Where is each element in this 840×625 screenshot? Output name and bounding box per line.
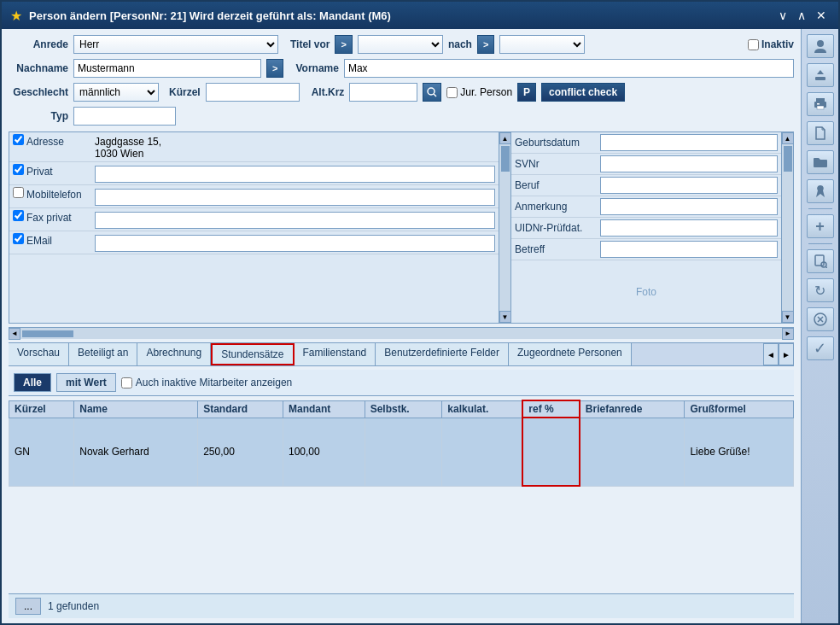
nachname-input[interactable]: [73, 59, 261, 78]
person-icon: [813, 38, 828, 54]
scroll-right-button[interactable]: ►: [782, 328, 794, 340]
betreff-input[interactable]: [600, 241, 778, 258]
close-circle-icon-btn[interactable]: [807, 307, 834, 331]
adresse-value: Jagdgasse 15, 1030 Wien: [95, 134, 495, 160]
tab-nav-buttons: ◄ ►: [763, 343, 794, 365]
search-doc-icon: [814, 254, 827, 268]
anmerkung-input[interactable]: [600, 198, 778, 215]
print-icon-btn[interactable]: [807, 92, 834, 116]
typ-label: Typ: [9, 110, 68, 122]
tab-benutzerdefiniert[interactable]: Benutzerdefinierte Felder: [376, 343, 509, 365]
maximize-button[interactable]: ∧: [794, 9, 809, 21]
stundensaetze-table: Kürzel Name Standard Mandant Selbstk. ka…: [9, 400, 794, 487]
beruf-label: Beruf: [515, 179, 600, 191]
search-button[interactable]: [423, 83, 441, 102]
inaktiv-checkbox[interactable]: [748, 39, 759, 50]
geburtsdatum-input[interactable]: [600, 134, 778, 151]
geschlecht-label: Geschlecht: [9, 86, 68, 98]
nachname-arrow-button[interactable]: >: [266, 59, 283, 78]
svnr-label: SVNr: [515, 158, 600, 170]
pin-icon-btn[interactable]: [807, 179, 834, 203]
document-icon-btn[interactable]: [807, 121, 834, 145]
window-title: Person ändern [PersonNr: 21] Wird derzei…: [29, 9, 391, 22]
pin-icon: [814, 184, 826, 198]
tab-vorschau[interactable]: Vorschau: [9, 343, 69, 365]
beruf-row: Beruf: [511, 175, 781, 196]
plus-icon-btn[interactable]: +: [807, 214, 834, 238]
kuerzel-input[interactable]: [206, 83, 300, 102]
search-icon: [427, 87, 437, 97]
fax-input[interactable]: [95, 212, 495, 229]
tab-prev-button[interactable]: ◄: [763, 343, 779, 365]
uidnr-input[interactable]: [600, 219, 778, 237]
privat-checkbox[interactable]: [13, 164, 24, 175]
alle-button[interactable]: Alle: [14, 373, 51, 392]
scroll-down-button[interactable]: ▼: [499, 311, 511, 323]
check-icon-btn[interactable]: ✓: [807, 336, 834, 360]
search-doc-icon-btn[interactable]: [807, 249, 834, 273]
title-bar-left: ★ Person ändern [PersonNr: 21] Wird derz…: [10, 8, 391, 24]
col-kuerzel: Kürzel: [9, 400, 74, 418]
p-button[interactable]: P: [517, 83, 536, 102]
tab-zugeordnete[interactable]: Zugeordnete Personen: [509, 343, 632, 365]
detail-content: Geburtsdatum SVNr Beruf Anmerkung: [511, 132, 781, 323]
sidebar-divider-1: [808, 208, 832, 209]
tab-beteiligt[interactable]: Beteiligt an: [69, 343, 137, 365]
mobiltelefon-checkbox[interactable]: [13, 187, 24, 198]
detail-scroll-up[interactable]: ▲: [782, 132, 794, 144]
nachname-label: Nachname: [9, 62, 68, 74]
cell-briefanrede: [580, 418, 685, 486]
nach-button[interactable]: >: [477, 35, 494, 54]
nach-select[interactable]: [499, 35, 585, 54]
titel-vor-select[interactable]: [358, 35, 443, 54]
nachname-row: Nachname > Vorname: [9, 58, 794, 79]
scroll-up-button[interactable]: ▲: [499, 132, 511, 144]
svnr-input[interactable]: [600, 155, 778, 172]
privat-input[interactable]: [95, 166, 495, 183]
address-privat-row: Privat: [9, 162, 499, 185]
address-fax-row: Fax privat: [9, 208, 499, 231]
mid-section: Adresse Jagdgasse 15, 1030 Wien Privat: [9, 131, 794, 324]
geschlecht-select[interactable]: männlich: [73, 83, 159, 102]
foto-label: Foto: [636, 286, 656, 298]
tab-abrechnung[interactable]: Abrechnung: [137, 343, 211, 365]
mit-wert-button[interactable]: mit Wert: [56, 373, 116, 392]
vorname-input[interactable]: [344, 59, 794, 78]
tab-stundensaetze[interactable]: Stundensätze: [211, 343, 294, 365]
fax-label: Fax privat: [26, 210, 95, 224]
tab-next-button[interactable]: ►: [779, 343, 794, 365]
geschlecht-row: Geschlecht männlich Kürzel Alt.Krz Jur. …: [9, 82, 794, 102]
typ-input[interactable]: [73, 107, 176, 126]
adresse-checkbox[interactable]: [13, 134, 24, 145]
detail-scroll-down[interactable]: ▼: [782, 311, 794, 323]
col-standard: Standard: [198, 400, 283, 418]
inaktiv-mitarbeiter-checkbox[interactable]: [121, 377, 132, 388]
svg-line-11: [825, 267, 827, 269]
email-input[interactable]: [95, 235, 495, 252]
dots-button[interactable]: ...: [15, 598, 41, 615]
beruf-input[interactable]: [600, 177, 778, 194]
found-text: 1 gefunden: [48, 600, 99, 612]
email-checkbox[interactable]: [13, 233, 24, 244]
person-icon-btn[interactable]: [807, 34, 834, 58]
titel-vor-button[interactable]: >: [335, 35, 352, 54]
jur-person-checkbox[interactable]: [446, 87, 458, 98]
tab-familienstand[interactable]: Familienstand: [295, 343, 376, 365]
detail-scrollbar: ▲ ▼: [781, 132, 793, 323]
table-row[interactable]: GN Novak Gerhard 250,00 100,00 Liebe Grü…: [9, 418, 794, 486]
svg-point-2: [817, 40, 824, 47]
altkrz-input[interactable]: [349, 83, 417, 102]
export-icon-btn[interactable]: [807, 63, 834, 87]
anrede-select[interactable]: Herr: [73, 35, 278, 54]
conflict-check-button[interactable]: conflict check: [541, 83, 625, 102]
col-briefanrede: Briefanrede: [580, 400, 685, 418]
close-button[interactable]: ✕: [813, 9, 830, 21]
refresh-icon-btn[interactable]: ↻: [807, 278, 834, 302]
svg-line-1: [434, 94, 436, 96]
table-wrapper: Kürzel Name Standard Mandant Selbstk. ka…: [9, 400, 794, 590]
folder-icon-btn[interactable]: [807, 150, 834, 174]
minimize-button[interactable]: ∨: [775, 9, 790, 21]
mobiltelefon-input[interactable]: [95, 189, 495, 206]
fax-checkbox[interactable]: [13, 210, 24, 221]
scroll-left-button[interactable]: ◄: [9, 328, 20, 340]
